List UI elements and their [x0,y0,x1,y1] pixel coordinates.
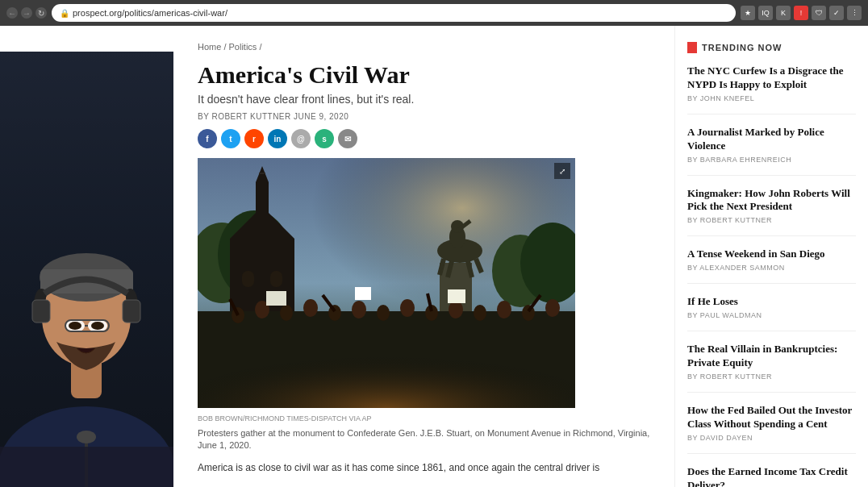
trending-item-title-5[interactable]: The Real Villain in Bankruptcies: Privat… [687,343,856,370]
trending-byline-1: BY BARBARA EHRENREICH [687,156,856,164]
sidebar: TRENDING NOW The NYC Curfew Is a Disgrac… [674,26,868,487]
svg-rect-17 [0,447,173,487]
extension-3[interactable]: 🛡 [812,6,826,20]
article-area: Home / Politics / America's Civil War It… [173,26,674,487]
lock-icon: 🔒 [60,9,69,18]
svg-rect-55 [266,291,286,306]
email-share-button[interactable]: @ [291,129,311,148]
browser-controls: ← → ↻ [6,7,47,19]
svg-point-48 [400,299,415,317]
svg-rect-8 [123,300,140,323]
svg-rect-26 [256,182,269,214]
article-byline: BY ROBERT KUTTNER JUNE 9, 2020 [198,112,650,121]
trending-item-5: The Real Villain in Bankruptcies: Privat… [687,343,856,393]
trending-item-title-2[interactable]: Kingmaker: How John Roberts Will Pick th… [687,187,856,214]
svg-point-14 [91,322,104,330]
bookmark-button[interactable]: ★ [741,6,755,20]
facebook-share-button[interactable]: f [198,129,217,148]
trending-bar-icon [687,42,697,53]
svg-rect-7 [32,300,50,323]
back-button[interactable]: ← [6,7,18,19]
svg-rect-58 [198,319,575,408]
svg-point-44 [303,299,318,317]
mail-share-button[interactable]: ✉ [338,129,357,148]
svg-rect-28 [259,173,265,174]
trending-item-title-6[interactable]: How the Fed Bailed Out the Investor Clas… [687,404,856,431]
image-caption: Protesters gather at the monument to Con… [198,427,650,452]
svg-rect-56 [355,287,371,300]
extension-1[interactable]: K [776,6,791,20]
trending-item-0: The NYC Curfew Is a Disgrace the NYPD Is… [687,65,856,114]
extension-2[interactable]: ! [794,6,808,20]
trending-header: TRENDING NOW [687,42,856,53]
trending-item-title-1[interactable]: A Journalist Marked by Police Violence [687,126,856,153]
trending-item-title-3[interactable]: A Tense Weekend in San Diego [687,248,856,261]
trending-item-7: Does the Earned Income Tax Credit Delive… [687,465,856,487]
article-image: ⤢ [198,158,575,408]
trending-item-title-4[interactable]: If He Loses [687,295,856,309]
svg-point-13 [69,322,81,330]
trending-byline-0: BY JOHN KNEFEL [687,94,856,102]
address-bar[interactable]: 🔒 prospect.org/politics/americas-civil-w… [52,4,736,22]
sms-share-button[interactable]: s [315,129,334,148]
protest-image-svg [198,158,575,408]
breadcrumb-sep2: / [259,42,261,52]
browser-actions: ★ IQ K ! 🛡 ✓ ⋮ [741,6,862,20]
trending-byline-3: BY ALEXANDER SAMMON [687,264,856,272]
trending-item-4: If He Loses BY PAUL WALDMAN [687,295,856,331]
trending-item-3: A Tense Weekend in San Diego BY ALEXANDE… [687,248,856,284]
svg-point-47 [377,305,390,321]
url-text: prospect.org/politics/americas-civil-war… [73,8,227,18]
breadcrumb: Home / Politics / [198,42,650,52]
svg-point-43 [280,305,293,321]
svg-point-52 [497,301,511,318]
photo-credit: BOB BROWN/RICHMOND TIMES-DISPATCH VIA AP [198,414,650,422]
trending-byline-2: BY ROBERT KUTTNER [687,216,856,224]
trending-title: TRENDING NOW [702,43,782,52]
article-body: America is as close to civil war as it h… [198,460,650,475]
iq-button[interactable]: IQ [758,6,773,20]
trending-byline-6: BY DAVID DAYEN [687,434,856,442]
article-title: America's Civil War [198,61,650,88]
svg-rect-29 [242,271,254,287]
trending-byline-4: BY PAUL WALDMAN [687,311,856,319]
svg-point-51 [474,305,486,321]
browser-chrome: ← → ↻ 🔒 prospect.org/politics/americas-c… [0,0,868,26]
webcam-video [0,52,173,487]
reddit-share-button[interactable]: r [244,129,264,148]
trending-item-title-0[interactable]: The NYC Curfew Is a Disgrace the NYPD Is… [687,65,856,92]
svg-rect-57 [448,289,465,303]
trending-item-6: How the Fed Bailed Out the Investor Clas… [687,404,856,454]
svg-point-46 [352,301,366,318]
breadcrumb-politics[interactable]: Politics [229,42,257,52]
svg-rect-30 [270,271,282,287]
refresh-button[interactable]: ↻ [35,7,47,19]
trending-item-2: Kingmaker: How John Roberts Will Pick th… [687,187,856,237]
webcam-overlay: @TIMCAST [0,52,173,487]
svg-point-54 [545,299,560,317]
svg-point-50 [449,301,463,318]
extension-4[interactable]: ✓ [829,6,844,20]
trending-item-title-7[interactable]: Does the Earned Income Tax Credit Delive… [687,465,856,487]
twitter-share-button[interactable]: t [221,129,240,148]
trending-item-1: A Journalist Marked by Police Violence B… [687,126,856,176]
expand-icon[interactable]: ⤢ [554,163,570,179]
menu-button[interactable]: ⋮ [847,6,862,20]
social-share-bar: f t r in @ s ✉ [198,129,650,148]
breadcrumb-home[interactable]: Home [198,42,221,52]
article-subtitle: It doesn't have clear front lines, but i… [198,93,650,106]
linkedin-share-button[interactable]: in [268,129,287,148]
forward-button[interactable]: → [21,7,32,19]
svg-point-16 [77,431,96,443]
trending-byline-5: BY ROBERT KUTTNER [687,373,856,381]
